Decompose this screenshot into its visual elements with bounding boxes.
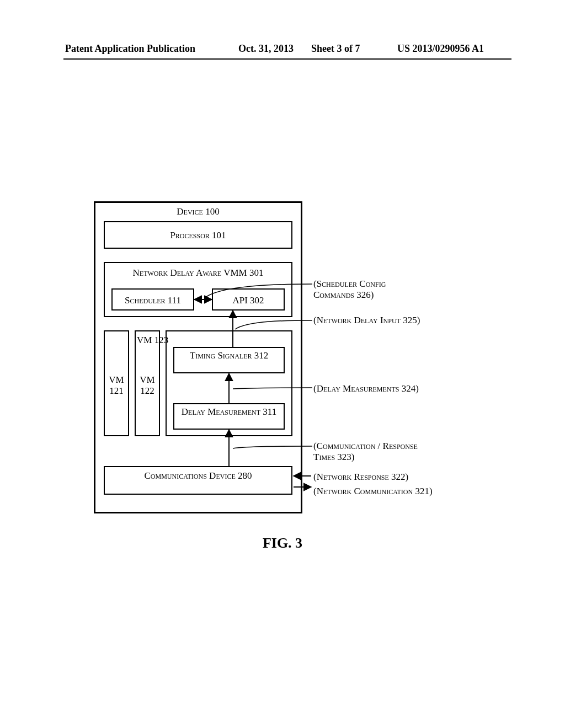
sheet-number: Sheet 3 of 7 (311, 43, 360, 55)
vm121-label: VM 121 (105, 374, 128, 396)
header-rule (63, 58, 511, 60)
vm122-label: VM 122 (136, 374, 159, 396)
annot-scheduler-config: (Scheduler Config Commands 326) (313, 279, 424, 300)
device-title: Device 100 (95, 206, 301, 217)
publication-number: US 2013/0290956 A1 (397, 43, 484, 55)
publication-date: Oct. 31, 2013 (238, 43, 294, 55)
delay-measurement-label: Delay Measurement 311 (174, 406, 284, 417)
communications-device-box: Communications Device 280 (104, 466, 292, 495)
annot-network-delay-input: (Network Delay Input 325) (313, 315, 424, 326)
annot-comm-response-times: (Communication / Response Times 323) (313, 441, 435, 462)
vmm-title: Network Delay Aware VMM 301 (105, 267, 291, 279)
diagram: Device 100 Processor 101 Network Delay A… (94, 201, 491, 527)
vm122-box: VM 122 (135, 330, 160, 436)
processor-label: Processor 101 (105, 230, 291, 241)
api-box: API 302 (212, 288, 285, 311)
timing-signaler-label: Timing Signaler 312 (174, 350, 284, 361)
delay-measurement-box: Delay Measurement 311 (173, 403, 285, 430)
publication-label: Patent Application Publication (65, 43, 195, 55)
figure-caption: FIG. 3 (0, 535, 565, 552)
scheduler-box: Scheduler 111 (111, 288, 194, 311)
vm121-box: VM 121 (104, 330, 129, 436)
annot-network-response: (Network Response 322) (313, 472, 446, 483)
vm123-title: VM 123 (128, 335, 168, 346)
communications-device-label: Communications Device 280 (105, 470, 291, 481)
api-label: API 302 (213, 295, 284, 306)
timing-signaler-box: Timing Signaler 312 (173, 347, 285, 373)
annot-delay-measurements: (Delay Measurements 324) (313, 383, 446, 394)
annot-network-communication: (Network Communication 321) (313, 486, 446, 497)
scheduler-label: Scheduler 111 (113, 295, 193, 306)
processor-box: Processor 101 (104, 221, 292, 249)
